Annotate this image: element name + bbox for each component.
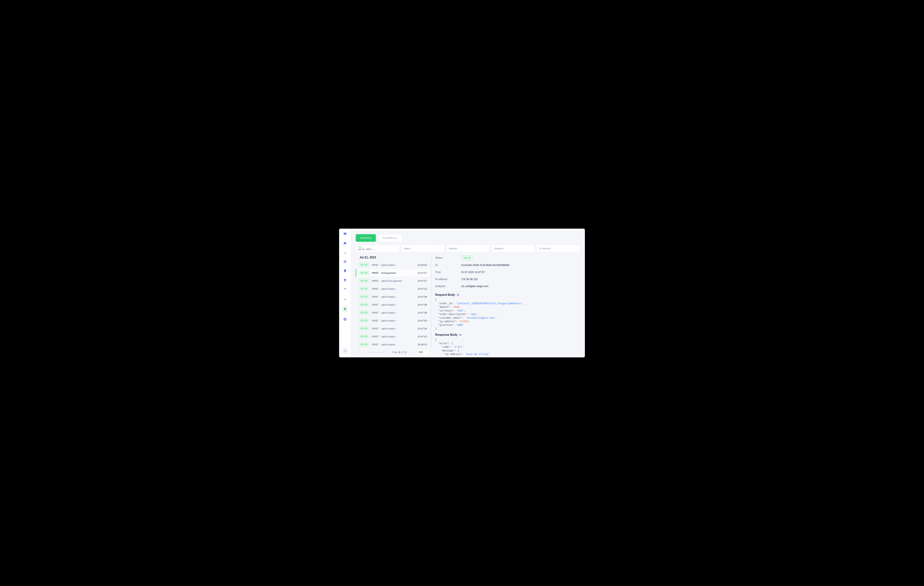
copy-request-icon[interactable] (457, 293, 459, 296)
method-filter[interactable]: Method (447, 245, 490, 252)
log-row[interactable]: 200 OKPOST/api/v1/status10:47:06 (356, 309, 430, 317)
log-time: 10:46:15 (417, 343, 427, 346)
endpoint-filter[interactable]: Endpoint (492, 245, 535, 252)
log-time: 10:47:04 (417, 327, 427, 330)
detail-id-label: ID (435, 263, 461, 267)
status-filter[interactable]: Status (401, 245, 445, 252)
date-filter-value: Jul 21, 2023 - ... (358, 248, 397, 251)
filter-bar: Date Jul 21, 2023 - ... Status Method En… (356, 245, 580, 252)
log-path: /api/v1/status (381, 335, 415, 338)
globe-icon[interactable] (343, 260, 347, 263)
log-path: /api/v1/status (381, 311, 415, 314)
svg-rect-3 (344, 253, 346, 253)
log-path: /api/v1/status (381, 288, 415, 290)
log-row[interactable]: 200 OKPOST/api/v1/init-payment10:47:57 (356, 277, 430, 285)
status-badge: 200 OK (358, 334, 370, 339)
log-date-header: Jul 21, 2023 (356, 255, 430, 261)
shield-icon[interactable] (343, 269, 347, 273)
action-bar: SEARCH CLEAR ALL (356, 234, 580, 242)
app-window: SEARCH CLEAR ALL Date Jul 21, 2023 - ...… (339, 228, 585, 358)
svg-rect-8 (457, 294, 458, 295)
log-time: 10:47:10 (417, 288, 427, 290)
status-filter-placeholder: Status (404, 247, 411, 250)
log-method: POST (372, 295, 378, 298)
log-method: POST (372, 335, 378, 338)
endpoint-filter-placeholder: Endpoint (494, 247, 533, 250)
layers-icon[interactable] (343, 278, 347, 282)
request-body-title: Request Body (435, 293, 578, 296)
log-method: POST (372, 271, 378, 274)
method-filter-placeholder: Method (449, 247, 457, 250)
log-time: 10:47:06 (417, 311, 427, 314)
chevron-down-icon (438, 246, 442, 251)
log-time: 10:47:05 (417, 319, 427, 322)
date-filter[interactable]: Date Jul 21, 2023 - ... (356, 245, 399, 252)
log-path: /api/v1/status (381, 343, 415, 346)
analytics-icon[interactable] (343, 250, 347, 254)
pager-prev[interactable] (358, 351, 361, 354)
log-row[interactable]: 200 OKPOST/api/v1/status10:47:05 (356, 317, 430, 324)
svg-rect-7 (457, 295, 459, 296)
log-method: POST (372, 288, 378, 290)
content-area: Jul 21, 2023 200 OKPOST/api/v1/status10:… (356, 255, 580, 355)
fingerprint-icon[interactable] (343, 288, 347, 291)
log-time: 10:47:09 (417, 295, 427, 298)
date-filter-label: Date (358, 246, 397, 248)
svg-rect-6 (345, 308, 345, 308)
log-list[interactable]: Jul 21, 2023 200 OKPOST/api/v1/status10:… (356, 255, 432, 347)
log-row[interactable]: 200 OKPOST/api/v1/status10:47:04 (356, 324, 430, 333)
log-panel: Jul 21, 2023 200 OKPOST/api/v1/status10:… (356, 255, 432, 355)
collapse-icon[interactable] (342, 348, 348, 354)
log-method: POST (372, 280, 378, 282)
page-size-select[interactable]: 200 (417, 349, 429, 355)
svg-rect-10 (459, 334, 461, 335)
log-time: 10:47:57 (417, 280, 427, 282)
detail-panel: Status 200 OK ID 51c6c06c-0539-413f-9bd9… (435, 255, 580, 355)
log-path: /api/v1/status (381, 327, 415, 330)
detail-status-badge: 200 OK (461, 255, 474, 261)
log-time: 10:47:57 (417, 271, 427, 274)
status-badge: 200 OK (358, 286, 370, 291)
log-path: /api/v1/status (381, 303, 415, 306)
log-row[interactable]: 200 OKPOST/api/v1/status10:47:03 (356, 333, 430, 341)
status-badge: 200 OK (358, 318, 370, 323)
log-row[interactable]: 200 OKPOST/api/v1/status10:46:15 (356, 341, 430, 347)
log-method: POST (372, 319, 378, 322)
status-badge: 200 OK (358, 271, 370, 275)
log-row[interactable]: 200 OKPOST/api/v1/status10:47:08 (356, 301, 430, 309)
log-path: /api/v1/status (381, 263, 415, 267)
briefcase-icon[interactable] (343, 241, 347, 245)
log-path: /init-payment (381, 271, 415, 274)
detail-endpoint-value: ui1.solidgate-stage.com (461, 285, 488, 288)
log-time: 10:48:00 (417, 263, 427, 267)
log-path: /api/v1/init-payment (381, 280, 415, 282)
log-row[interactable]: 200 OKPOST/init-payment10:47:57 (356, 269, 430, 277)
search-button[interactable]: SEARCH (356, 234, 376, 242)
log-path: /api/v1/status (381, 295, 415, 298)
pager-slider[interactable] (364, 352, 385, 353)
copy-response-icon[interactable] (459, 333, 462, 336)
response-body-code: { "error": { "code": "2.01", "message": … (435, 338, 578, 355)
detail-time-label: Time (435, 271, 461, 273)
gear-icon[interactable] (343, 318, 347, 321)
monitor-icon[interactable] (343, 232, 347, 236)
request-body-code: { "order_id": "autotest_1689936476672tn9… (435, 298, 578, 331)
log-time: 10:47:08 (417, 303, 427, 306)
ip-filter-placeholder: IP Address (539, 247, 578, 250)
clipboard-icon[interactable] (342, 306, 348, 312)
sidebar (339, 228, 351, 358)
log-row[interactable]: 200 OKPOST/api/v1/status10:47:09 (356, 293, 430, 301)
log-row[interactable]: 200 OKPOST/api/v1/status10:47:10 (356, 285, 430, 293)
ip-filter[interactable]: IP Address (537, 245, 580, 252)
status-badge: 200 OK (358, 303, 370, 307)
pager-text: Page 1 of 50 (389, 351, 410, 354)
clear-all-button[interactable]: CLEAR ALL (378, 234, 402, 242)
chevron-down-icon (483, 246, 487, 251)
svg-rect-0 (343, 233, 346, 235)
response-body-title: Response Body (435, 333, 578, 336)
download-icon[interactable] (343, 297, 347, 300)
svg-rect-2 (344, 242, 346, 244)
detail-ip-label: IP address (435, 278, 461, 281)
log-row[interactable]: 200 OKPOST/api/v1/status10:48:00 (356, 261, 430, 269)
pager-next[interactable] (412, 351, 415, 354)
